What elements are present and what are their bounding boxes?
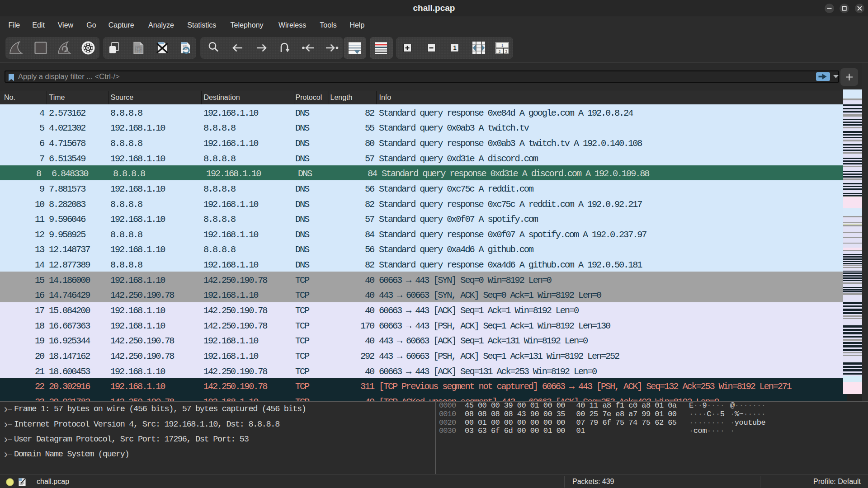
svg-text:2: 2 (499, 49, 501, 54)
svg-text:1011: 1011 (135, 51, 142, 54)
svg-text:3: 3 (505, 49, 507, 54)
svg-text:1: 1 (453, 44, 456, 51)
svg-text:1: 1 (501, 43, 504, 48)
